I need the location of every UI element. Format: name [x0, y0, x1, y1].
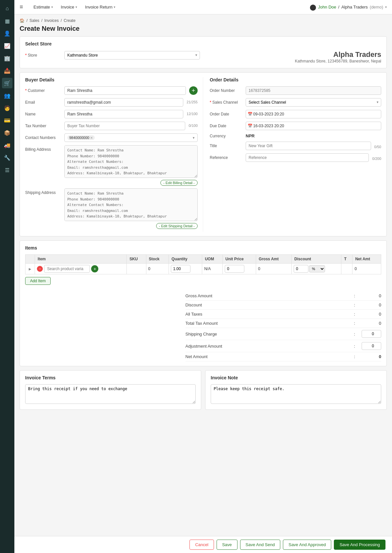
due-date-input[interactable] [246, 122, 381, 130]
summary-rows: Gross Amount : 0 Discount : 0 All Taxes … [186, 291, 382, 361]
billing-address-wrap: Contact Name: Ram Shrestha Phone Number:… [64, 145, 198, 185]
tools-icon[interactable]: 🔧 [2, 152, 12, 163]
total-tax-label: Total Tax Amount [186, 321, 348, 326]
total-tax-row: Total Tax Amount : 0 [186, 319, 382, 328]
contact-numbers-field[interactable]: 9840000000 ✕ ▾ [64, 133, 198, 142]
order-date-input[interactable] [246, 110, 381, 118]
col-net-amt: Net Amt [352, 255, 381, 264]
items-table: Item SKU Stock Quantity UOM Unit Price G… [25, 254, 381, 274]
save-send-button[interactable]: Save And Send [240, 540, 281, 550]
nav-invoice-return[interactable]: Invoice Return ▾ [85, 0, 115, 14]
nav-invoice[interactable]: Invoice ▾ [61, 0, 77, 14]
hamburger-icon[interactable]: ≡ [20, 4, 23, 10]
sales-channel-select[interactable]: Select Sales Channel [246, 98, 381, 107]
user-menu[interactable]: ⬤ John Doe / Alpha Traders (demo) ▾ [310, 4, 387, 11]
discount-type-select[interactable]: % Flat [309, 265, 325, 272]
group-icon[interactable]: 👥 [2, 90, 12, 101]
adjustment-input[interactable] [362, 342, 381, 350]
unit-price-cell[interactable] [223, 264, 256, 274]
discount-cell[interactable]: % Flat [292, 264, 341, 274]
save-processing-button[interactable]: Save And Processing [334, 540, 385, 550]
breadcrumb-home-icon[interactable]: 🏠 [20, 18, 24, 23]
reference-input[interactable] [246, 153, 369, 162]
truck-icon[interactable]: 🚚 [2, 140, 12, 150]
search-product-input[interactable] [44, 265, 90, 273]
nav-estimate[interactable]: Estimate ▾ [34, 0, 53, 14]
contact-label: Contact Numbers [25, 133, 61, 140]
dashboard-icon[interactable]: ▦ [2, 16, 12, 26]
quantity-cell[interactable] [169, 264, 202, 274]
add-product-button[interactable]: + [91, 265, 98, 272]
chart-icon[interactable]: 📈 [2, 41, 12, 51]
store-select-wrap[interactable]: Kathmandu Store [64, 51, 200, 60]
order-date-label: Order Date [210, 112, 242, 116]
quantity-input[interactable] [171, 265, 190, 273]
title-input[interactable] [246, 142, 371, 150]
breadcrumb-invoices[interactable]: Invoices [44, 18, 59, 23]
shipping-row: Shipping Charge : [186, 328, 382, 340]
name-label: Name [25, 110, 61, 116]
email-input[interactable] [64, 98, 183, 107]
col-unit-price: Unit Price [223, 255, 256, 264]
remove-contact-icon[interactable]: ✕ [90, 136, 93, 140]
store-row: Store Kathmandu Store [25, 51, 200, 60]
email-label: Email [25, 98, 61, 105]
tax-label: Tax Number [25, 122, 61, 128]
tax-input[interactable] [64, 122, 185, 130]
breadcrumb-create: Create [64, 18, 75, 23]
sales-channel-select-wrap[interactable]: Select Sales Channel [246, 98, 381, 107]
invoice-terms-textarea[interactable]: Bring this receipt if you need to exchan… [25, 384, 196, 404]
invoice-note-card: Invoice Note Please keep this receipt sa… [205, 370, 387, 410]
invoice-note-title: Invoice Note [211, 375, 381, 380]
breadcrumb-sales[interactable]: Sales [29, 18, 39, 23]
person-icon[interactable]: 🧑 [2, 103, 12, 113]
t-cell [341, 264, 352, 274]
expand-icon[interactable]: ▶ [29, 267, 31, 271]
row-expand[interactable]: ▶ [25, 264, 35, 274]
net-amount-row: Net Amount : 0 [186, 352, 382, 361]
list-icon[interactable]: ☰ [2, 165, 12, 175]
due-date-wrap: 📅 [246, 122, 381, 130]
name-input[interactable] [64, 110, 183, 118]
title-count: 0/50 [374, 143, 381, 149]
order-number-input[interactable] [246, 86, 381, 95]
edit-billing-link[interactable]: - Edit Billing Detail - [160, 180, 198, 186]
billing-label: Billing Address [25, 145, 61, 152]
shipping-label: Shipping Address [25, 188, 61, 195]
invoice-terms-title: Invoice Terms [25, 375, 196, 380]
shipping-address-textarea[interactable]: Contact Name: Ram Shrestha Phone Number:… [64, 188, 198, 221]
building-icon[interactable]: 🏢 [2, 53, 12, 63]
col-quantity: Quantity [169, 255, 202, 264]
gross-amount-value: 0 [362, 293, 381, 298]
store-select[interactable]: Kathmandu Store [64, 51, 200, 60]
edit-billing-wrap: - Edit Billing Detail - [64, 180, 198, 185]
select-store-section: Select Store Store Kathmandu Store Alpha… [20, 36, 387, 68]
customer-input[interactable] [64, 86, 186, 95]
unit-price-input[interactable] [225, 265, 244, 273]
title-label: Title [210, 144, 242, 148]
remove-item-button[interactable]: − [37, 266, 43, 272]
all-taxes-label: All Taxes [186, 312, 348, 317]
org-name: Alpha Traders [341, 5, 368, 9]
users-icon[interactable]: 👤 [2, 28, 12, 39]
invoice-note-textarea[interactable]: Please keep this receipt safe. [211, 384, 381, 404]
billing-address-textarea[interactable]: Contact Name: Ram Shrestha Phone Number:… [64, 145, 198, 178]
add-customer-button[interactable]: + [189, 86, 198, 95]
save-button[interactable]: Save [217, 540, 237, 550]
discount-input[interactable] [294, 265, 308, 273]
card-icon[interactable]: 💳 [2, 115, 12, 126]
page-body: 🏠 / Sales / Invoices / Create Create New… [14, 14, 392, 536]
shipping-charge-input[interactable] [362, 330, 381, 338]
customer-label: Customer [25, 86, 61, 93]
due-date-icon: 📅 [248, 124, 253, 128]
order-title: Order Details [210, 77, 381, 82]
edit-shipping-link[interactable]: - Edit Shipping Detail - [156, 223, 198, 229]
home-icon[interactable]: ⌂ [2, 3, 12, 14]
save-approved-button[interactable]: Save And Approved [283, 540, 331, 550]
box-icon[interactable]: 📦 [2, 128, 12, 138]
invoice-chevron-icon: ▾ [75, 5, 77, 9]
inbox-icon[interactable]: 📥 [2, 65, 12, 76]
cart-icon[interactable]: 🛒 [2, 78, 12, 88]
cancel-button[interactable]: Cancel [189, 540, 214, 550]
add-item-button[interactable]: Add Item [25, 277, 51, 285]
